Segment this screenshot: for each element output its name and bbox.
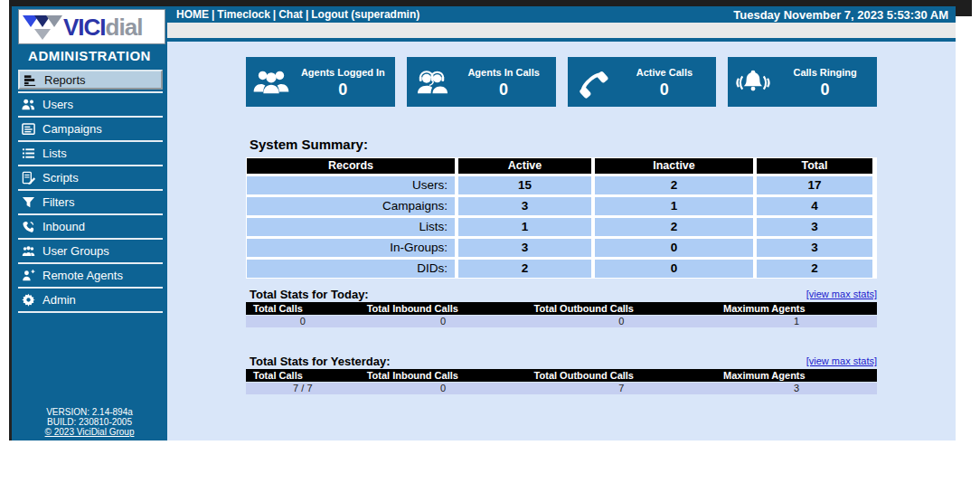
sidebar-item-inbound[interactable]: Inbound	[18, 215, 163, 240]
column-header: Total Calls	[246, 302, 360, 315]
column-header: Total	[757, 158, 872, 174]
lists-icon	[21, 147, 35, 161]
cell-value: 3	[757, 239, 872, 257]
logo-text-vici: VICI	[63, 14, 106, 41]
inbound-phone-icon	[21, 220, 35, 234]
column-header: Total Outbound Calls	[527, 369, 716, 382]
window-corner-edge	[956, 0, 972, 16]
sidebar-item-admin[interactable]: Admin	[18, 289, 163, 313]
sidebar-item-users[interactable]: Users	[18, 93, 163, 118]
yesterday-stats-title: Total Stats for Yesterday:	[250, 355, 391, 368]
window-top-edge	[9, 0, 972, 6]
sidebar-item-lists[interactable]: Lists	[18, 142, 163, 166]
sidebar-menu: Reports Users Campaigns	[12, 70, 167, 313]
row-label: Campaigns:	[247, 197, 455, 215]
logo-triangles-icon	[22, 13, 63, 42]
card-label: Active Calls	[618, 67, 711, 78]
cell-value: 0	[527, 316, 716, 327]
filter-icon	[21, 195, 35, 210]
vicidial-logo: VICIdial	[18, 9, 165, 44]
yesterday-stats-table: Total Calls Total Inbound Calls Total Ou…	[246, 369, 877, 394]
card-label: Calls Ringing	[778, 67, 872, 78]
row-label: Lists:	[247, 218, 455, 236]
cell-value: 3	[757, 218, 872, 236]
cell-value: 0	[246, 316, 360, 327]
top-navbar: HOME|Timeclock|Chat|Logout (superadmin) …	[167, 6, 956, 23]
cell-value: 17	[757, 176, 872, 194]
column-header: Maximum Agents	[716, 302, 877, 315]
column-header: Active	[458, 158, 591, 174]
sidebar-item-label: Users	[42, 98, 73, 111]
sidebar-item-label: Remote Agents	[42, 269, 123, 282]
nav-link-timeclock[interactable]: Timeclock	[217, 8, 269, 21]
today-view-max-stats-link[interactable]: [view max stats]	[806, 289, 877, 299]
sidebar-item-label: Filters	[42, 195, 74, 209]
cell-value: 1	[458, 218, 591, 236]
card-active-calls: Active Calls 0	[568, 57, 717, 107]
card-value: 0	[618, 81, 711, 99]
system-summary-table: Records Active Inactive Total Users: 15 …	[246, 157, 877, 279]
main-content: Agents Logged In 0	[167, 42, 956, 440]
sidebar-item-scripts[interactable]: Scripts	[18, 166, 163, 191]
column-header: Total Calls	[246, 369, 360, 382]
sidebar-item-label: Admin	[42, 293, 76, 307]
sidebar-item-label: User Groups	[42, 244, 109, 258]
sidebar: VICIdial ADMINISTRATION Reports Users	[9, 6, 167, 440]
nav-link-logout[interactable]: Logout (superadmin)	[311, 8, 419, 21]
today-stats-title: Total Stats for Today:	[250, 288, 369, 301]
cell-value: 4	[757, 197, 872, 215]
sidebar-item-user-groups[interactable]: User Groups	[18, 240, 163, 264]
sidebar-item-remote-agents[interactable]: Remote Agents	[18, 264, 163, 289]
card-label: Agents Logged In	[297, 67, 390, 78]
administration-title: ADMINISTRATION	[12, 48, 167, 63]
cell-value: 2	[595, 218, 753, 236]
cell-value: 1	[595, 197, 753, 215]
sidebar-item-filters[interactable]: Filters	[18, 191, 163, 215]
column-header: Inactive	[595, 158, 753, 174]
sidebar-item-campaigns[interactable]: Campaigns	[18, 118, 163, 142]
sidebar-item-label: Lists	[42, 147, 67, 160]
cell-value: 7 / 7	[246, 383, 360, 394]
stat-cards-row: Agents Logged In 0	[246, 57, 877, 107]
row-label: DIDs:	[247, 260, 455, 278]
logo-text-dial: dial	[106, 14, 143, 41]
copyright-link[interactable]: © 2023 ViciDial Group	[45, 427, 135, 437]
today-stats-table: Total Calls Total Inbound Calls Total Ou…	[246, 302, 877, 327]
cell-value: 7	[527, 383, 716, 394]
cell-value: 2	[595, 176, 753, 194]
logo-text: VICIdial	[63, 15, 142, 39]
cell-value: 15	[458, 176, 591, 194]
cell-value: 3	[716, 383, 877, 394]
phone-handset-icon	[568, 66, 618, 99]
nav-separator: |	[209, 8, 217, 21]
column-header: Total Outbound Calls	[527, 302, 716, 315]
card-calls-ringing: Calls Ringing 0	[728, 57, 877, 107]
cell-value: 0	[595, 239, 753, 257]
row-label: Users:	[247, 176, 455, 194]
column-header: Maximum Agents	[716, 369, 877, 382]
agents-group-icon	[246, 67, 297, 98]
card-value: 0	[297, 81, 390, 99]
gear-icon	[21, 293, 35, 308]
cell-value: 0	[360, 383, 527, 394]
remote-agent-icon	[21, 269, 35, 283]
cell-value: 2	[757, 260, 872, 278]
yesterday-view-max-stats-link[interactable]: [view max stats]	[806, 355, 877, 366]
version-text: VERSION: 2.14-894a	[12, 407, 167, 417]
nav-separator: |	[303, 8, 311, 21]
header-gray-strip	[167, 23, 956, 38]
card-label: Agents In Calls	[457, 67, 551, 78]
nav-links: HOME|Timeclock|Chat|Logout (superadmin)	[176, 8, 419, 21]
nav-separator: |	[270, 8, 278, 21]
campaigns-icon	[21, 122, 35, 137]
nav-link-home[interactable]: HOME	[176, 8, 209, 21]
card-agents-in-calls: Agents In Calls 0	[407, 57, 556, 107]
nav-link-chat[interactable]: Chat	[278, 8, 303, 21]
sidebar-footer: VERSION: 2.14-894a BUILD: 230810-2005 © …	[12, 407, 167, 437]
sidebar-item-reports[interactable]: Reports	[18, 70, 163, 93]
cell-value: 3	[458, 239, 591, 257]
system-summary-title: System Summary:	[250, 137, 368, 152]
bell-ringing-icon	[728, 67, 778, 98]
sidebar-item-label: Inbound	[42, 220, 85, 233]
column-header: Total Inbound Calls	[360, 369, 527, 382]
